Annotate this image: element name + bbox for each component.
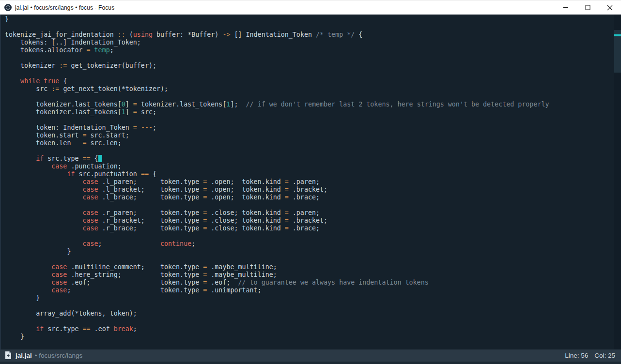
code-line[interactable]: case .l_brace; token.type = .open; token… (5, 194, 614, 201)
code-token (5, 186, 82, 193)
code-token: .r_bracket; token.type (98, 217, 203, 224)
code-line[interactable]: case .r_paren; token.type = .close; toke… (5, 209, 614, 217)
code-line[interactable]: tokenizer := get_tokenizer(buffer); (5, 62, 614, 70)
file-icon (5, 351, 12, 360)
code-token: == (83, 155, 91, 162)
code-token: 1 (122, 108, 125, 116)
code-line[interactable]: } (5, 294, 614, 302)
code-line[interactable]: } (5, 15, 614, 23)
maximize-button[interactable] (576, 0, 599, 15)
status-path: • focus/src/langs (35, 352, 83, 359)
code-line[interactable]: if src.type == { (5, 155, 614, 163)
code-line[interactable]: token.len = src.len; (5, 139, 614, 147)
code-token: = (285, 209, 289, 216)
code-token: { (149, 170, 156, 178)
code-token: ] (125, 108, 133, 116)
cursor-position: Line: 56 Col: 25 (565, 352, 615, 359)
code-token: // to guarantee we always have indentati… (238, 279, 429, 286)
code-token: ; (110, 46, 114, 54)
code-line[interactable]: if src.punctuation == { (5, 170, 614, 178)
code-line[interactable]: token.start = src.start; (5, 132, 614, 139)
code-line[interactable]: } (5, 333, 614, 341)
code-line[interactable]: case .here_string; token.type = .maybe_m… (5, 271, 614, 279)
code-token (5, 279, 51, 286)
code-line[interactable]: if src.type == .eof break; (5, 325, 614, 333)
code-token (5, 287, 51, 294)
code-line[interactable] (5, 302, 614, 310)
code-line[interactable] (5, 23, 614, 31)
code-token: case (82, 217, 98, 224)
minimize-button[interactable] (554, 0, 576, 15)
code-line[interactable]: case .l_paren; token.type = .open; token… (5, 178, 614, 186)
code-line[interactable]: case; continue; (5, 240, 614, 248)
code-line[interactable] (5, 232, 614, 240)
code-token: .eof; token.type (67, 279, 203, 286)
window-title: jai.jai • focus/src/langs • focus - Focu… (15, 4, 114, 11)
code-token: .maybe_multiline; (207, 263, 277, 271)
code-token: } (5, 15, 9, 23)
code-token: temp (94, 46, 110, 54)
code-line[interactable]: token: Indentation_Token = ---; (5, 124, 614, 132)
code-token: --- (141, 124, 153, 131)
code-token: buffer: *Buffer) (153, 31, 222, 38)
code-line[interactable]: case .l_bracket; token.type = .open; tok… (5, 186, 614, 194)
code-token (5, 77, 20, 85)
code-line[interactable]: tokenizer.last_tokens[0] = tokenizer.las… (5, 101, 614, 108)
code-line[interactable]: tokens.allocator = temp; (5, 46, 614, 54)
code-token: true (44, 77, 59, 85)
code-line[interactable] (5, 70, 614, 77)
code-token: case (82, 225, 98, 232)
code-token (5, 209, 82, 216)
code-token: while (20, 77, 40, 85)
code-line[interactable] (5, 93, 614, 101)
code-line[interactable]: case .multiline_comment; token.type = .m… (5, 263, 614, 271)
code-token: .open; token.kind (207, 186, 284, 193)
code-token: = (133, 124, 137, 131)
code-token: case (82, 178, 98, 185)
code-token: = (285, 178, 289, 185)
app-icon (4, 4, 12, 11)
code-line[interactable]: tokenizer.last_tokens[1] = src; (5, 108, 614, 116)
code-token (5, 325, 36, 333)
close-button[interactable] (599, 0, 621, 15)
code-line[interactable]: while true { (5, 77, 614, 85)
code-line[interactable] (5, 116, 614, 124)
code-token: { (59, 77, 67, 85)
code-line[interactable]: src := get_next_token(*tokenizer); (5, 85, 614, 93)
code-token: token.start (5, 132, 82, 139)
code-line[interactable]: case .r_brace; token.type = .close; toke… (5, 225, 614, 232)
code-token: = (285, 194, 289, 201)
title-bar[interactable]: jai.jai • focus/src/langs • focus - Focu… (0, 0, 621, 15)
code-token: case (82, 186, 98, 193)
code-token: if (36, 155, 44, 162)
code-line[interactable] (5, 318, 614, 325)
code-token: token: Indentation_Token (5, 124, 133, 131)
code-line[interactable] (5, 201, 614, 209)
code-token: src; (137, 108, 156, 116)
code-line[interactable] (5, 256, 614, 263)
code-line[interactable] (5, 147, 614, 155)
code-line[interactable]: case .r_bracket; token.type = .close; to… (5, 217, 614, 225)
code-line[interactable]: tokens: [..] Indentation_Token; (5, 39, 614, 46)
code-token (5, 271, 51, 278)
code-line[interactable] (5, 54, 614, 62)
code-line[interactable]: case; token.type = .unimportant; (5, 287, 614, 294)
code-token: case (51, 271, 67, 278)
scrollbar[interactable] (614, 15, 621, 349)
code-token: tokens.allocator (5, 46, 87, 54)
code-token: := (51, 85, 59, 92)
code-token: tokenizer.last_tokens[ (5, 101, 122, 108)
code-area[interactable]: }tokenize_jai_for_indentation :: (using … (1, 15, 614, 349)
code-token: .open; token.kind (207, 178, 284, 185)
scrollbar-thumb[interactable] (614, 30, 621, 73)
code-token: tokenize_jai_for_indentation (5, 31, 118, 38)
code-token: .multiline_comment; token.type (67, 263, 203, 271)
code-line[interactable]: tokenize_jai_for_indentation :: (using b… (5, 31, 614, 39)
code-line[interactable]: } (5, 248, 614, 256)
text-cursor (98, 155, 102, 162)
code-line[interactable]: case .punctuation; (5, 163, 614, 170)
code-line[interactable]: case .eof; token.type = .eof; // to guar… (5, 279, 614, 287)
code-line[interactable]: array_add(*tokens, token); (5, 310, 614, 318)
code-token: } (5, 248, 71, 255)
code-token: 0 (122, 101, 125, 108)
